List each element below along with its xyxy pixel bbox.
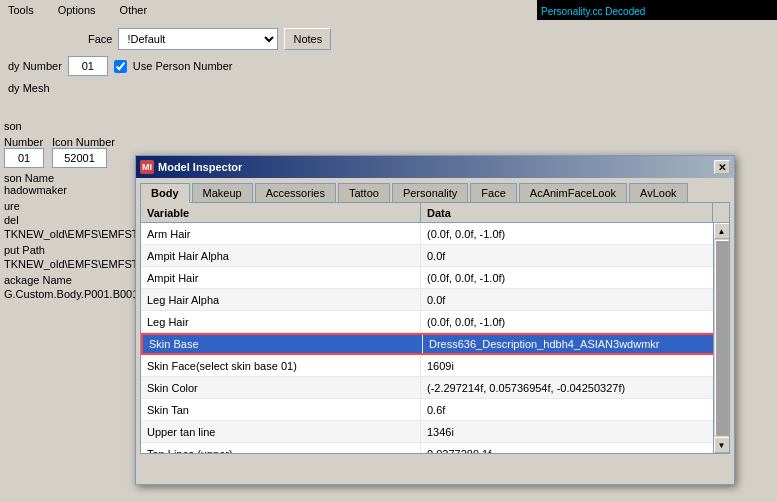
dy-mesh-label: dy Mesh	[8, 82, 769, 94]
body-number-row: dy Number Use Person Number	[8, 56, 769, 76]
cell-data: (0.0f, 0.0f, -1.0f)	[421, 223, 729, 244]
face-label: Face	[88, 33, 112, 45]
son-name-label: son Name	[4, 172, 152, 184]
cell-variable: Leg Hair Alpha	[141, 289, 421, 310]
dialog-titlebar: MI Model Inspector ✕	[136, 156, 734, 178]
table-row[interactable]: Ampit Hair (0.0f, 0.0f, -1.0f)	[141, 267, 729, 289]
son-label: son	[4, 120, 152, 132]
body-number-input[interactable]	[68, 56, 108, 76]
table-row[interactable]: Skin Color (-2.297214f, 0.05736954f, -0.…	[141, 377, 729, 399]
dialog-close-button[interactable]: ✕	[714, 160, 730, 174]
ure-label: ure	[4, 200, 152, 212]
dialog-icon: MI	[140, 160, 154, 174]
package-value: G.Custom.Body.P001.B001.W	[4, 288, 152, 300]
cell-variable: Skin Face(select skin base 01)	[141, 355, 421, 376]
tab-avlook[interactable]: AvLook	[629, 183, 688, 203]
path1: TKNEW_old\EMFS\EMFSTc	[4, 228, 152, 240]
cell-data: 0.0f	[421, 245, 729, 266]
tab-makeup[interactable]: Makeup	[192, 183, 253, 203]
scroll-down-arrow[interactable]: ▼	[714, 437, 730, 453]
cell-data: 0.0f	[421, 289, 729, 310]
cell-variable: Skin Color	[141, 377, 421, 398]
use-person-number-label: Use Person Number	[133, 60, 233, 72]
path2: TKNEW_old\EMFS\EMFST	[4, 258, 152, 270]
dialog-title: Model Inspector	[158, 161, 242, 173]
cell-variable: Tan Lines (upper)	[141, 443, 421, 453]
cell-data: (-2.297214f, 0.05736954f, -0.04250327f)	[421, 377, 729, 398]
table-row[interactable]: Ampit Hair Alpha 0.0f	[141, 245, 729, 267]
dialog-tabs: Body Makeup Accessories Tattoo Personali…	[136, 178, 734, 202]
name-value: hadowmaker	[4, 184, 152, 196]
table-row[interactable]: Leg Hair Alpha 0.0f	[141, 289, 729, 311]
table-row[interactable]: Upper tan line 1346i	[141, 421, 729, 443]
cell-data: 1609i	[421, 355, 729, 376]
cell-variable: Arm Hair	[141, 223, 421, 244]
number-label: Number	[4, 136, 44, 148]
cell-data: (0.0f, 0.0f, -1.0f)	[421, 311, 729, 332]
table-row[interactable]: Tan Lines (upper) 0.0277289 1f	[141, 443, 729, 453]
menu-tools[interactable]: Tools	[4, 2, 38, 18]
table-row[interactable]: Arm Hair (0.0f, 0.0f, -1.0f)	[141, 223, 729, 245]
put-path-label: put Path	[4, 244, 152, 256]
cell-data: 0.6f	[421, 399, 729, 420]
menu-other[interactable]: Other	[116, 2, 152, 18]
cell-data: (0.0f, 0.0f, -1.0f)	[421, 267, 729, 288]
tab-accessories[interactable]: Accessories	[255, 183, 336, 203]
cell-variable: Skin Tan	[141, 399, 421, 420]
body-number-label: dy Number	[8, 60, 62, 72]
ackage-label: ackage Name	[4, 274, 152, 286]
cell-variable: Ampit Hair Alpha	[141, 245, 421, 266]
del-label: del	[4, 214, 152, 226]
face-select[interactable]: !Default	[118, 28, 278, 50]
tab-body[interactable]: Body	[140, 183, 190, 203]
cell-data-selected: Dress636_Description_hdbh4_ASIAN3wdwmkr	[423, 335, 727, 353]
table-row[interactable]: Leg Hair (0.0f, 0.0f, -1.0f)	[141, 311, 729, 333]
tab-tattoo[interactable]: Tattoo	[338, 183, 390, 203]
cell-variable: Upper tan line	[141, 421, 421, 442]
table-body[interactable]: Arm Hair (0.0f, 0.0f, -1.0f) Ampit Hair …	[141, 223, 729, 453]
person-number-input[interactable]	[4, 148, 44, 168]
dialog-content: Variable Data Arm Hair (0.0f, 0.0f, -1.0…	[140, 202, 730, 454]
cell-variable-selected: Skin Base	[143, 335, 423, 353]
scroll-thumb[interactable]	[715, 240, 729, 436]
info-line-1: Personality.cc Decoded	[541, 4, 773, 19]
model-inspector-dialog: MI Model Inspector ✕ Body Makeup Accesso…	[135, 155, 735, 485]
cell-variable: Leg Hair	[141, 311, 421, 332]
tab-acanimfacelook[interactable]: AcAnimFaceLook	[519, 183, 627, 203]
cell-data: 1346i	[421, 421, 729, 442]
tab-face[interactable]: Face	[470, 183, 516, 203]
menu-options[interactable]: Options	[54, 2, 100, 18]
icon-number-label: Icon Number	[52, 136, 115, 148]
icon-number-input[interactable]	[52, 148, 107, 168]
cell-variable: Ampit Hair	[141, 267, 421, 288]
column-header-data: Data	[421, 203, 713, 222]
use-person-number-checkbox[interactable]	[114, 60, 127, 73]
tab-personality[interactable]: Personality	[392, 183, 468, 203]
dialog-scrollbar[interactable]: ▲ ▼	[713, 223, 729, 453]
notes-button[interactable]: Notes	[284, 28, 331, 50]
person-section: son Number Icon Number son Name hadowmak…	[4, 120, 152, 300]
face-row: Face !Default Notes	[88, 28, 769, 50]
table-row-selected[interactable]: Skin Base Dress636_Description_hdbh4_ASI…	[141, 333, 729, 355]
cell-data: 0.0277289 1f	[421, 443, 729, 453]
table-row[interactable]: Skin Face(select skin base 01) 1609i	[141, 355, 729, 377]
scroll-up-arrow[interactable]: ▲	[714, 223, 730, 239]
table-row[interactable]: Skin Tan 0.6f	[141, 399, 729, 421]
table-header: Variable Data	[141, 203, 729, 223]
column-header-variable: Variable	[141, 203, 421, 222]
